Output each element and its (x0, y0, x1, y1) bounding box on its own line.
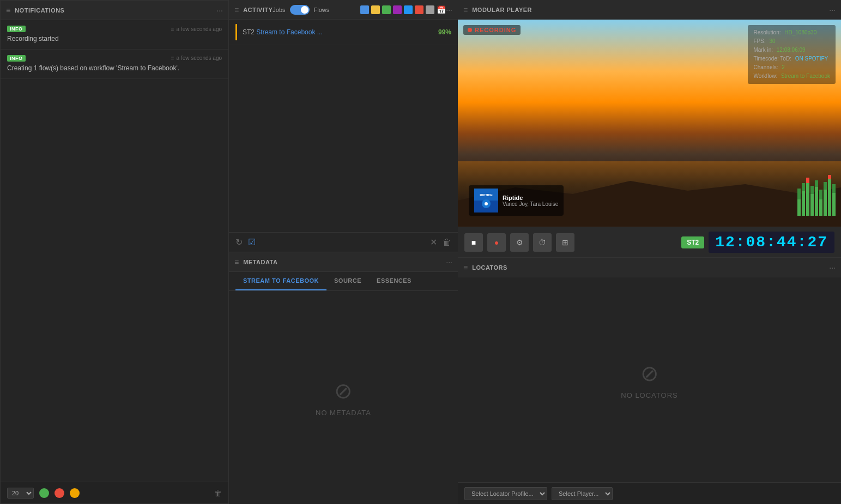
color-dot-lightblue[interactable] (404, 5, 413, 14)
stop-icon: ■ (471, 238, 476, 247)
info-timecode: Timecode: ToD: ON SPOTIFY (753, 54, 830, 63)
player-header: ≡ MODULAR PLAYER ··· (458, 0, 841, 20)
svg-rect-15 (802, 183, 805, 191)
activity-bar-1 (235, 24, 237, 40)
svg-rect-17 (810, 186, 814, 194)
grid-icon: ⊞ (562, 238, 568, 247)
trash-icon-activity[interactable]: 🗑 (443, 238, 451, 247)
player-menu-icon: ≡ (463, 5, 468, 14)
toggle-switch[interactable] (290, 5, 310, 15)
timer-icon: ⏱ (539, 238, 546, 247)
tab-source[interactable]: SOURCE (326, 272, 369, 290)
svg-point-4 (485, 202, 488, 205)
timecode-display: 12:08:44:27 (709, 232, 834, 253)
notifications-more-icon[interactable]: ··· (216, 6, 223, 15)
player-controls: ■ ● ⚙ ⏱ ⊞ ST2 12:08:44:27 (458, 227, 841, 257)
page-size-select[interactable]: 20 50 100 (7, 488, 34, 499)
notifications-panel: ≡ NOTIFICATIONS ··· INFO ≡ a few seconds… (0, 0, 229, 504)
record-button[interactable]: ● (487, 233, 506, 252)
color-dot-blue[interactable] (360, 5, 369, 14)
gear-icon: ⚙ (516, 238, 523, 247)
lines-icon: ≡ (171, 26, 174, 32)
no-locators-text: NO LOCATORS (621, 391, 677, 399)
check-icon[interactable]: ☑ (248, 237, 256, 247)
player-select[interactable]: Select Player... (552, 487, 613, 500)
svg-rect-20 (824, 182, 827, 190)
locators-menu-icon: ≡ (463, 263, 468, 272)
notification-item-2: INFO ≡ a few seconds ago Creating 1 flow… (1, 50, 228, 79)
metadata-panel: ≡ METADATA ··· STREAM TO FACEBOOK SOURCE… (229, 252, 458, 504)
activity-flow-name: Stream to Facebook ... (256, 28, 322, 36)
recording-badge: RECORDING (463, 25, 521, 35)
player-header-left: ≡ MODULAR PLAYER (463, 5, 532, 14)
right-column: ≡ MODULAR PLAYER ··· RECORDING (458, 0, 841, 504)
color-btn-red[interactable] (55, 488, 64, 498)
player-info-overlay: Resolution: HD_1080p30 FPS: 30 Mark in: … (748, 25, 836, 84)
grid-button[interactable]: ⊞ (556, 233, 574, 252)
mark-in-value: 12:08:06:09 (777, 47, 806, 53)
stop-button[interactable]: ■ (464, 233, 483, 252)
activity-menu-icon: ≡ (234, 5, 239, 14)
player-more-icon[interactable]: ··· (829, 5, 836, 14)
now-playing: RIPTIDE Riptide Vance Joy, Tara Louise (469, 185, 564, 216)
notification-time-1: ≡ a few seconds ago (171, 26, 222, 32)
timer-button[interactable]: ⏱ (533, 233, 552, 252)
locators-title: LOCATORS (472, 264, 507, 271)
notifications-header-left: ≡ NOTIFICATIONS (6, 6, 64, 15)
activity-item-name-1: ST2 Stream to Facebook ... (243, 28, 433, 36)
rec-dot (468, 28, 472, 32)
color-btn-green[interactable] (39, 488, 49, 498)
tab-essences[interactable]: ESSENCES (369, 272, 419, 290)
locators-content: ⊘ NO LOCATORS (458, 277, 841, 482)
notification-time-2: ≡ a few seconds ago (171, 55, 222, 61)
refresh-icon[interactable]: ↻ (235, 237, 243, 247)
channels-value: 2 (782, 64, 785, 70)
settings-button[interactable]: ⚙ (510, 233, 529, 252)
svg-rect-21 (828, 175, 831, 179)
close-icon[interactable]: ✕ (430, 237, 437, 247)
color-dot-yellow[interactable] (371, 5, 380, 14)
tab-stream-to-facebook[interactable]: STREAM TO FACEBOOK (235, 272, 326, 290)
notification-time-text-2: a few seconds ago (177, 55, 222, 61)
activity-more-icon[interactable]: ··· (446, 5, 452, 14)
middle-column: ≡ ACTIVITY Jobs Flows (229, 0, 458, 504)
svg-rect-22 (832, 184, 836, 193)
no-metadata-text: NO METADATA (316, 409, 371, 417)
delete-icon[interactable]: 🗑 (214, 489, 222, 497)
locators-panel: ≡ LOCATORS ··· ⊘ NO LOCATORS Select Loca… (458, 257, 841, 504)
record-icon: ● (494, 238, 499, 247)
no-locators-icon: ⊘ (640, 361, 659, 386)
activity-list: ST2 Stream to Facebook ... 99% (229, 20, 458, 126)
jobs-label: Jobs (273, 7, 285, 13)
locators-header: ≡ LOCATORS ··· (458, 258, 841, 277)
notification-header-2: INFO ≡ a few seconds ago (7, 55, 222, 62)
activity-title: ACTIVITY (243, 7, 273, 13)
color-dot-purple[interactable] (393, 5, 402, 14)
activity-controls: Jobs Flows 📅 (273, 5, 446, 15)
resolution-label: Resolution: (753, 29, 781, 35)
album-art: RIPTIDE (474, 189, 498, 212)
workflow-label: Workflow: (753, 73, 777, 79)
jobs-flows-toggle: Jobs Flows (273, 5, 329, 15)
player-panel: ≡ MODULAR PLAYER ··· RECORDING (458, 0, 841, 257)
svg-rect-7 (806, 178, 809, 216)
timecode-value: ON SPOTIFY (795, 56, 828, 62)
color-dot-green[interactable] (382, 5, 391, 14)
color-btn-orange[interactable] (70, 488, 80, 498)
player-title: MODULAR PLAYER (472, 7, 532, 13)
calendar-icon[interactable]: 📅 (437, 5, 446, 14)
locator-profile-select[interactable]: Select Locator Profile... (464, 487, 547, 500)
activity-prefix: ST2 (243, 28, 256, 36)
color-filter-dots: 📅 (360, 5, 446, 14)
color-dot-red[interactable] (415, 5, 423, 14)
metadata-more-icon[interactable]: ··· (446, 258, 452, 266)
timecode-label: Timecode: ToD: (753, 56, 791, 62)
locators-more-icon[interactable]: ··· (829, 263, 836, 272)
activity-item-1[interactable]: ST2 Stream to Facebook ... 99% (229, 20, 458, 45)
workflow-value: Stream to Facebook (781, 73, 830, 79)
st2-badge: ST2 (681, 236, 704, 248)
notification-item-1: INFO ≡ a few seconds ago Recording start… (1, 20, 228, 50)
flows-label: Flows (314, 7, 330, 13)
notification-badge-2: INFO (7, 55, 26, 62)
color-dot-gray[interactable] (426, 5, 434, 14)
